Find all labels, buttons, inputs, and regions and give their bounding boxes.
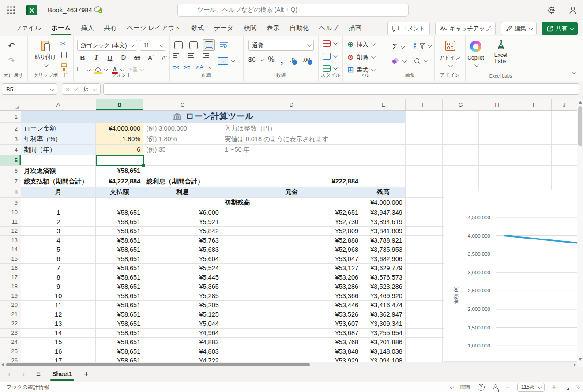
cell-E2[interactable] bbox=[361, 123, 406, 134]
cell-F1[interactable] bbox=[406, 111, 443, 123]
cell-B13[interactable]: ¥58,651 bbox=[96, 236, 143, 245]
find-select-button[interactable] bbox=[414, 58, 427, 63]
row-header-17[interactable]: 17 bbox=[0, 273, 21, 282]
cell-A13[interactable]: 4 bbox=[21, 236, 96, 245]
cell-B12[interactable]: ¥58,651 bbox=[96, 227, 143, 236]
name-box[interactable]: B5 bbox=[2, 83, 57, 95]
cell-D14[interactable]: ¥52,968 bbox=[222, 245, 361, 254]
cell-D24[interactable]: ¥53,768 bbox=[222, 338, 361, 347]
cell-D20[interactable]: ¥53,446 bbox=[222, 301, 361, 310]
cell-B23[interactable]: ¥58,651 bbox=[96, 329, 143, 338]
cell-E24[interactable]: ¥3,201,886 bbox=[361, 338, 406, 347]
cell-B10[interactable]: ¥58,651 bbox=[96, 208, 143, 217]
column-header-B[interactable]: B bbox=[96, 99, 144, 110]
borders-chevron[interactable] bbox=[87, 67, 91, 71]
row-header-7[interactable]: 7 bbox=[0, 176, 21, 187]
cell-E18[interactable]: ¥3,523,286 bbox=[361, 282, 406, 291]
cell-F12[interactable] bbox=[406, 227, 443, 236]
cell-A8[interactable]: 月 bbox=[21, 187, 96, 198]
fullscreen-icon[interactable] bbox=[564, 385, 569, 390]
cell-D13[interactable]: ¥52,888 bbox=[222, 236, 361, 245]
collapse-ribbon-chevron[interactable] bbox=[572, 70, 576, 74]
account-person-icon[interactable] bbox=[568, 6, 577, 16]
decrease-font-button[interactable]: Av bbox=[159, 54, 170, 61]
cell-D15[interactable]: ¥53,047 bbox=[222, 254, 361, 264]
format-painter-button[interactable] bbox=[60, 63, 68, 73]
column-header-G[interactable]: G bbox=[443, 99, 479, 110]
horizontal-scrollbar[interactable] bbox=[0, 362, 577, 367]
bottom-align-button[interactable] bbox=[203, 39, 215, 51]
tab-1-active[interactable]: ホーム bbox=[48, 21, 74, 36]
cell-F24[interactable] bbox=[406, 338, 443, 347]
column-header-H[interactable]: H bbox=[479, 99, 515, 110]
tab-4[interactable]: ページ レイアウト bbox=[124, 21, 184, 36]
cell-H6[interactable] bbox=[479, 166, 515, 176]
prev-sheet-arrow[interactable]: ‹ bbox=[4, 370, 14, 379]
status-chevron[interactable] bbox=[450, 385, 454, 389]
cell-B9[interactable] bbox=[96, 198, 143, 208]
cell-E25[interactable]: ¥3,148,038 bbox=[361, 347, 406, 356]
cell-F2[interactable] bbox=[406, 123, 443, 134]
tab-5[interactable]: 数式 bbox=[188, 21, 207, 36]
cell-H5[interactable] bbox=[479, 155, 515, 166]
cell-E10[interactable]: ¥3,947,349 bbox=[361, 208, 406, 217]
cell-J7[interactable] bbox=[552, 176, 577, 187]
cell-A11[interactable]: 2 bbox=[21, 217, 96, 227]
row-header-10[interactable]: 10 bbox=[0, 208, 21, 217]
cell-A25[interactable]: 16 bbox=[21, 347, 96, 356]
cell-I6[interactable] bbox=[515, 166, 552, 176]
cell-J5[interactable] bbox=[552, 155, 577, 166]
column-header-I[interactable]: I bbox=[515, 99, 552, 110]
cell-C7[interactable]: 総利息（期間合計） bbox=[143, 176, 222, 187]
cell-C13[interactable]: ¥5,763 bbox=[143, 236, 222, 245]
cell-F14[interactable] bbox=[406, 245, 443, 254]
delete-cells-button[interactable]: ⊗ 削除 bbox=[347, 52, 374, 62]
font-size-dropdown[interactable]: 11 bbox=[140, 40, 165, 51]
merge-center-icon[interactable]: ↔ bbox=[218, 57, 228, 65]
cell-B19[interactable]: ¥58,651 bbox=[96, 291, 143, 301]
row-header-5[interactable]: 5 bbox=[0, 155, 21, 166]
row-header-9[interactable]: 9 bbox=[0, 198, 21, 208]
cell-B2[interactable]: ¥4,000,000 bbox=[96, 123, 143, 134]
decrease-indent-button[interactable]: ≡< bbox=[173, 64, 179, 71]
cell-C3[interactable]: (例) 1.80% bbox=[143, 134, 222, 145]
cell-G2[interactable] bbox=[443, 123, 479, 134]
copilot-button[interactable]: Copilot bbox=[466, 41, 486, 69]
scroll-left-arrow[interactable] bbox=[1, 363, 4, 366]
cell-F22[interactable] bbox=[406, 319, 443, 329]
cell-E16[interactable]: ¥3,629,779 bbox=[361, 264, 406, 273]
cell-C23[interactable]: ¥4,964 bbox=[143, 329, 222, 338]
search-input[interactable]: ツール、ヘルプなどの検索 (Alt + Q) bbox=[177, 4, 409, 17]
cell-A19[interactable]: 10 bbox=[21, 291, 96, 301]
cancel-icon[interactable]: × bbox=[66, 86, 70, 93]
cell-E9[interactable]: ¥4,000,000 bbox=[361, 198, 406, 208]
cell-H7[interactable] bbox=[479, 176, 515, 187]
row-header-3[interactable]: 3 bbox=[0, 134, 21, 145]
row-header-13[interactable]: 13 bbox=[0, 236, 21, 245]
cell-F23[interactable] bbox=[406, 329, 443, 338]
cell-G5[interactable] bbox=[443, 155, 479, 166]
insert-function-icon[interactable]: fx bbox=[84, 86, 88, 93]
cell-E5[interactable] bbox=[361, 155, 406, 166]
zoom-in-button[interactable]: + bbox=[552, 383, 556, 391]
cell-G7[interactable] bbox=[443, 176, 479, 187]
double-underline-button[interactable]: D bbox=[118, 53, 129, 61]
cell-E21[interactable]: ¥3,362,947 bbox=[361, 310, 406, 319]
cell-E19[interactable]: ¥3,469,920 bbox=[361, 291, 406, 301]
clear-button[interactable] bbox=[392, 59, 406, 63]
app-launcher-icon[interactable] bbox=[6, 5, 16, 15]
cell-J2[interactable] bbox=[552, 123, 577, 134]
cell-B16[interactable]: ¥58,651 bbox=[96, 264, 143, 273]
accessibility-icon[interactable] bbox=[492, 384, 498, 390]
cell-E14[interactable]: ¥3,735,953 bbox=[361, 245, 406, 254]
cell-C14[interactable]: ¥5,683 bbox=[143, 245, 222, 254]
cell-C18[interactable]: ¥5,365 bbox=[143, 282, 222, 291]
cell-C17[interactable]: ¥5,445 bbox=[143, 273, 222, 282]
cell-I7[interactable] bbox=[515, 176, 552, 187]
cell-C2[interactable]: (例) 3,000,000 bbox=[143, 123, 222, 134]
cell-E4[interactable] bbox=[361, 145, 406, 155]
cell-I5[interactable] bbox=[515, 155, 552, 166]
column-header-C[interactable]: C bbox=[143, 99, 222, 110]
excel-labs-button[interactable]: Excel Labs bbox=[486, 40, 515, 64]
cell-C9[interactable] bbox=[143, 198, 222, 208]
